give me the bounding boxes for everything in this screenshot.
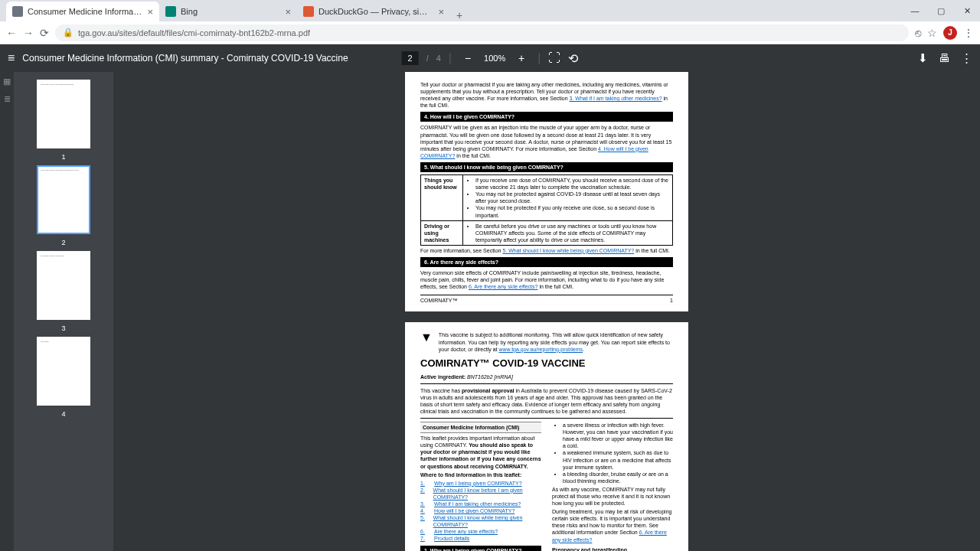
rotate-icon[interactable]: ⟲ xyxy=(568,51,578,66)
zoom-out-button[interactable]: − xyxy=(459,50,476,67)
thumbnail-panel: ▬▬▬ ▬▬ ▬▬▬▬ ▬▬ ▬▬▬ ▬▬▬▬ ▬▬ 1 ▬▬▬ ▬▬ ▬▬▬▬… xyxy=(14,72,113,551)
forward-icon[interactable]: → xyxy=(23,27,34,39)
page-number-input[interactable] xyxy=(402,51,419,65)
page-scroll-area[interactable]: Tell your doctor or pharmacist if you ar… xyxy=(113,72,980,551)
link-sec3[interactable]: 3. What if I am taking other medicines? xyxy=(570,96,662,101)
pdf-viewer: ▦ ≣ ▬▬▬ ▬▬ ▬▬▬▬ ▬▬ ▬▬▬ ▬▬▬▬ ▬▬ 1 ▬▬▬ ▬▬ … xyxy=(0,72,980,551)
page-total: 4 xyxy=(436,54,441,63)
translate-icon[interactable]: ⎋ xyxy=(915,27,921,39)
toc-link[interactable]: What should I know while being given COM… xyxy=(433,514,541,528)
footer-page: 1 xyxy=(670,297,673,304)
section-4-header: 4. How will I be given COMIRNATY? xyxy=(420,112,673,122)
toc-link[interactable]: Why am I being given COMIRNATY? xyxy=(434,480,522,487)
thumb-label: 4 xyxy=(61,410,65,418)
thumbnail-3[interactable]: ▬▬ ▬▬▬ ▬▬▬▬ ▬▬ ▬▬▬ xyxy=(37,251,90,320)
thumb-label: 1 xyxy=(61,153,65,161)
kebab-menu-icon[interactable]: ⋮ xyxy=(963,27,974,39)
profile-avatar[interactable]: J xyxy=(943,26,957,40)
preg-heading: Pregnancy and breastfeeding xyxy=(552,546,673,551)
browser-tab-bar: Consumer Medicine Information × Bing × D… xyxy=(0,0,980,21)
tab-title: Bing xyxy=(181,7,280,16)
toc-link[interactable]: What if I am taking other medicines? xyxy=(434,500,521,507)
zoom-level: 100% xyxy=(484,54,505,63)
pdf-toolbar: ≡ Consumer Medicine Information (CMI) su… xyxy=(0,44,980,72)
pdf-page-1-bottom: Tell your doctor or pharmacist if you ar… xyxy=(405,72,688,311)
fit-page-icon[interactable]: ⛶ xyxy=(548,51,560,65)
tab-ddg[interactable]: DuckDuckGo — Privacy, simplifi × xyxy=(297,2,450,21)
section-6-header: 6. Are there any side effects? xyxy=(420,257,673,267)
address-bar: ← → ⟳ 🔒 tga.gov.au/sites/default/files/c… xyxy=(0,21,980,44)
link-sec5[interactable]: 5. What should I know while being given … xyxy=(502,248,634,253)
lock-icon: 🔒 xyxy=(63,28,74,37)
document-title: Consumer Medicine Information (CMI) summ… xyxy=(22,53,348,64)
thumb-label: 2 xyxy=(61,239,65,246)
p2-sec1-head: 1. Why am I being given COMIRNATY? xyxy=(420,546,541,551)
section-5-table: Things you should know If you receive on… xyxy=(420,174,673,246)
minimize-button[interactable]: — xyxy=(902,0,928,21)
thumb-label: 3 xyxy=(61,324,65,332)
more-icon[interactable]: ⋮ xyxy=(961,51,972,65)
new-tab-button[interactable]: + xyxy=(450,9,469,21)
back-icon[interactable]: ← xyxy=(6,27,17,39)
section-5-header: 5. What should I know while being given … xyxy=(420,162,673,172)
tab-title: DuckDuckGo — Privacy, simplifi xyxy=(318,7,433,16)
toc-link[interactable]: Are there any side effects? xyxy=(434,528,498,535)
close-icon[interactable]: × xyxy=(285,6,291,18)
page2-title: COMIRNATY™ COVID-19 VACCINE xyxy=(420,357,673,370)
zoom-in-button[interactable]: + xyxy=(513,50,530,67)
toc-link[interactable]: What should I know before I am given COM… xyxy=(433,487,541,500)
toc-link[interactable]: Product details xyxy=(434,535,469,542)
print-icon[interactable]: 🖶 xyxy=(939,51,950,65)
close-icon[interactable]: × xyxy=(438,6,444,18)
page-sep: / xyxy=(426,54,429,63)
pdf-favicon xyxy=(12,6,23,17)
url-text: tga.gov.au/sites/default/files/cmi-comir… xyxy=(78,28,310,37)
tab-cmi[interactable]: Consumer Medicine Information × xyxy=(6,2,159,21)
hamburger-icon[interactable]: ≡ xyxy=(8,51,15,65)
ddg-favicon xyxy=(303,6,314,17)
link-sec6[interactable]: 6. Are there any side effects? xyxy=(469,284,538,289)
toc-list: 1.Why am I being given COMIRNATY? 2.What… xyxy=(420,480,541,543)
thumbnail-4[interactable]: ▬▬ ▬▬▬ xyxy=(37,337,90,406)
warning-bullets: a severe illness or infection with high … xyxy=(552,422,673,484)
outline-icon[interactable]: ≣ xyxy=(4,94,11,104)
bookmark-icon[interactable]: ☆ xyxy=(927,27,937,39)
footer-left: COMIRNATY™ xyxy=(420,297,457,304)
thumbnail-2[interactable]: ▬▬▬ ▬▬ ▬▬▬▬ ▬▬ ▬▬▬ ▬▬▬▬ ▬▬ ▬▬▬ xyxy=(37,165,90,234)
reload-icon[interactable]: ⟳ xyxy=(40,27,49,39)
side-rail: ▦ ≣ xyxy=(0,72,14,551)
close-icon[interactable]: × xyxy=(147,6,153,18)
thumbnails-icon[interactable]: ▦ xyxy=(3,77,11,86)
pdf-page-2: ▼ This vaccine is subject to additional … xyxy=(405,322,688,551)
bing-favicon xyxy=(165,6,176,17)
link-tga-report[interactable]: www.tga.gov.au/reporting-problems xyxy=(498,347,583,352)
tab-title: Consumer Medicine Information xyxy=(28,7,142,16)
window-controls: — ▢ ✕ xyxy=(902,0,980,21)
cmi-heading: Consumer Medicine Information (CMI) xyxy=(420,422,541,433)
close-window-button[interactable]: ✕ xyxy=(954,0,980,21)
thumbnail-1[interactable]: ▬▬▬ ▬▬ ▬▬▬▬ ▬▬ ▬▬▬ ▬▬▬▬ ▬▬ xyxy=(37,80,90,148)
download-icon[interactable]: ⬇ xyxy=(918,51,928,65)
tab-bing[interactable]: Bing × xyxy=(159,2,297,21)
toc-link[interactable]: How will I be given COMIRNATY? xyxy=(434,507,514,514)
url-input[interactable]: 🔒 tga.gov.au/sites/default/files/cmi-com… xyxy=(55,24,909,41)
black-triangle-icon: ▼ xyxy=(420,330,433,346)
maximize-button[interactable]: ▢ xyxy=(928,0,954,21)
